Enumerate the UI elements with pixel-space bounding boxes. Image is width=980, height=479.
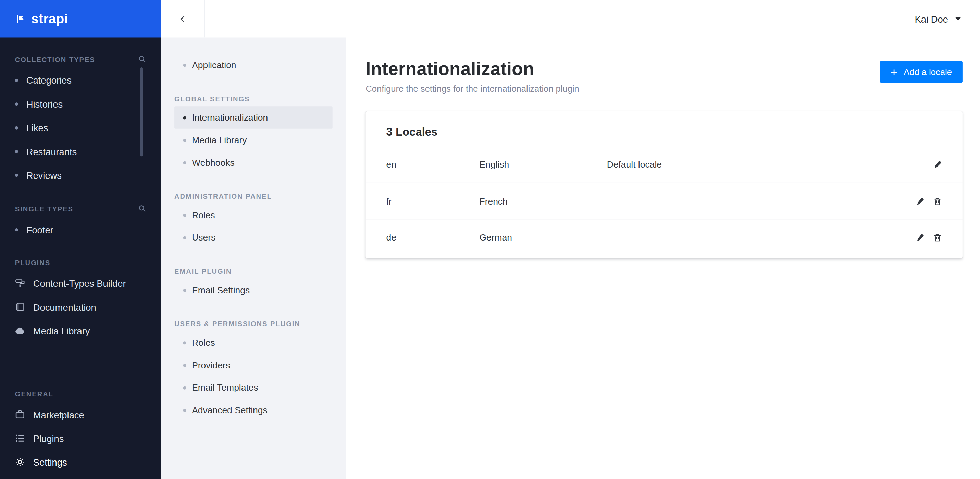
user-name: Kai Doe [915, 13, 948, 24]
bullet-icon [15, 102, 18, 105]
sidebar-item-label: Likes [26, 123, 48, 133]
subnav-item-up-roles[interactable]: Roles [174, 331, 332, 354]
pencil-icon [916, 197, 924, 205]
locale-row: de German [366, 219, 962, 255]
subnav-item-email-settings[interactable]: Email Settings [174, 279, 332, 302]
sidebar-item-label: Histories [26, 98, 63, 109]
bullet-icon [15, 78, 18, 81]
subnav-item-label: Email Templates [192, 383, 258, 393]
page-title: Internationalization [366, 59, 579, 80]
locale-code: en [387, 159, 480, 169]
subnav-item-internationalization[interactable]: Internationalization [174, 106, 332, 129]
subnav-group-users-permissions: USERS & PERMISSIONS PLUGIN [174, 320, 332, 328]
sidebar-item-label: Media Library [33, 326, 90, 336]
bullet-icon [183, 236, 186, 239]
locale-note: Default locale [607, 159, 898, 169]
subnav-item-label: Internationalization [192, 112, 268, 123]
trash-icon [933, 233, 942, 242]
bullet-icon [15, 173, 18, 177]
search-icon[interactable] [138, 55, 146, 64]
bullet-icon [183, 341, 186, 344]
subnav-group-email-plugin: EMAIL PLUGIN [174, 267, 332, 275]
section-general: GENERAL Marketplace Plugins [0, 390, 161, 479]
subnav-item-email-templates[interactable]: Email Templates [174, 376, 332, 399]
subnav-item-webhooks[interactable]: Webhooks [174, 151, 332, 174]
sidebar-item-likes[interactable]: Likes [15, 116, 146, 140]
sidebar-item-label: Plugins [33, 433, 64, 444]
bullet-icon [183, 386, 186, 389]
locale-row: fr French [366, 183, 962, 219]
sidebar-item-settings[interactable]: Settings [15, 450, 146, 474]
bullet-icon [183, 213, 186, 216]
bullet-icon [183, 116, 186, 119]
edit-locale-button[interactable] [916, 233, 924, 242]
bullet-icon [183, 408, 186, 412]
right-region: Kai Doe Application GLOBAL SETTINGS Inte… [161, 0, 980, 479]
sidebar-item-media-library[interactable]: Media Library [15, 319, 146, 343]
subnav-item-advanced-settings[interactable]: Advanced Settings [174, 399, 332, 422]
sidebar-item-content-types-builder[interactable]: Content-Types Builder [15, 271, 146, 295]
user-menu[interactable]: Kai Doe [915, 13, 961, 24]
briefcase-icon [15, 409, 25, 419]
sidebar-item-marketplace[interactable]: Marketplace [15, 403, 146, 426]
delete-locale-button[interactable] [933, 197, 942, 205]
sidebar-item-label: Content-Types Builder [33, 278, 126, 288]
pencil-icon [933, 160, 942, 169]
row-actions [898, 160, 942, 169]
delete-locale-button[interactable] [933, 233, 942, 242]
bullet-icon [183, 364, 186, 367]
sidebar-item-label: Settings [33, 457, 67, 467]
sidebar-item-footer[interactable]: Footer [15, 218, 146, 241]
sidebar: strapi COLLECTION TYPES Categories Histo… [0, 0, 161, 479]
strapi-logo[interactable]: strapi [0, 0, 161, 37]
app: strapi COLLECTION TYPES Categories Histo… [0, 0, 980, 479]
subnav-item-admin-users[interactable]: Users [174, 226, 332, 249]
subnav-item-media-library[interactable]: Media Library [174, 129, 332, 151]
back-button[interactable] [161, 0, 205, 37]
subnav-item-label: Users [192, 232, 215, 243]
add-locale-button-label: Add a locale [904, 67, 952, 77]
locales-card-title: 3 Locales [387, 126, 942, 139]
page-header: Internationalization Configure the setti… [366, 59, 962, 94]
single-types-title: SINGLE TYPES [15, 205, 73, 212]
sidebar-item-documentation[interactable]: Documentation [15, 295, 146, 319]
subnav-item-label: Webhooks [192, 158, 235, 167]
section-collection-types: COLLECTION TYPES Categories Histories Li… [0, 55, 161, 187]
locales-card: 3 Locales en English Default locale fr [366, 111, 962, 258]
subnav-item-label: Roles [192, 337, 215, 347]
subnav-item-admin-roles[interactable]: Roles [174, 204, 332, 226]
book-icon [15, 302, 25, 312]
collection-types-title: COLLECTION TYPES [15, 55, 95, 63]
gear-icon [15, 457, 25, 467]
trash-icon [933, 197, 942, 205]
search-icon[interactable] [138, 205, 146, 213]
sidebar-scrollbar[interactable] [140, 67, 143, 156]
edit-locale-button[interactable] [933, 160, 942, 169]
edit-locale-button[interactable] [916, 197, 924, 205]
bullet-icon [15, 150, 18, 153]
paint-roller-icon [15, 278, 25, 288]
sidebar-item-label: Footer [26, 224, 53, 235]
body-row: Application GLOBAL SETTINGS Internationa… [161, 37, 980, 479]
subnav-item-application[interactable]: Application [174, 54, 332, 76]
sidebar-item-restaurants[interactable]: Restaurants [15, 140, 146, 163]
sidebar-item-label: Documentation [33, 302, 96, 312]
subnav-item-providers[interactable]: Providers [174, 354, 332, 377]
row-actions [898, 197, 942, 205]
section-single-types: SINGLE TYPES Footer [0, 205, 161, 242]
sidebar-item-histories[interactable]: Histories [15, 92, 146, 115]
locale-code: de [387, 232, 480, 242]
subnav-item-label: Roles [192, 210, 215, 220]
row-actions [898, 233, 942, 242]
add-locale-button[interactable]: Add a locale [880, 60, 963, 83]
bullet-icon [183, 288, 186, 291]
locale-code: fr [387, 196, 480, 206]
sidebar-item-categories[interactable]: Categories [15, 68, 146, 92]
section-plugins: PLUGINS Content-Types Builder Documentat… [0, 259, 161, 342]
chevron-left-icon [178, 14, 188, 23]
sidebar-item-plugins[interactable]: Plugins [15, 426, 146, 450]
bullet-icon [183, 161, 186, 164]
sidebar-item-reviews[interactable]: Reviews [15, 163, 146, 187]
locale-row: en English Default locale [366, 146, 962, 183]
bullet-icon [15, 126, 18, 129]
